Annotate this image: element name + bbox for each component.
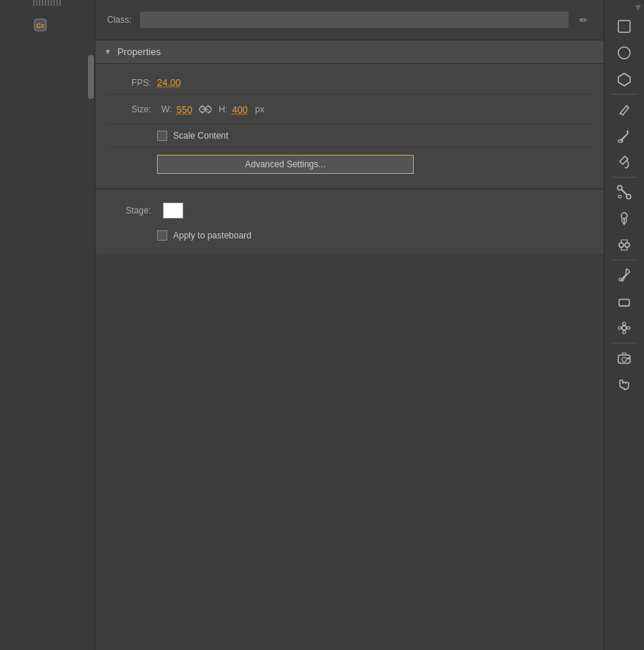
polygon-tool-button[interactable] (607, 66, 641, 92)
left-scrollbar[interactable] (87, 40, 95, 495)
link-dimensions-button[interactable] (197, 101, 214, 118)
svg-line-9 (626, 106, 629, 108)
svg-point-15 (618, 195, 621, 198)
svg-point-19 (625, 243, 629, 247)
svg-text:Cc: Cc (36, 22, 45, 29)
fps-row: FPS: 24.00 (107, 71, 592, 95)
bind-tool-button[interactable] (607, 232, 641, 258)
eraser-tool-button[interactable] (607, 288, 641, 315)
svg-rect-21 (619, 299, 629, 306)
cc-logo: Cc (30, 15, 65, 50)
class-input[interactable] (140, 12, 568, 28)
w-label: W: (161, 104, 172, 114)
svg-line-10 (620, 113, 621, 114)
advanced-settings-button[interactable]: Advanced Settings... (157, 155, 414, 174)
right-toolbar (604, 0, 644, 650)
h-label: H: (219, 104, 227, 114)
height-value[interactable]: 400 (232, 104, 248, 115)
stage-row: Stage: (107, 197, 592, 224)
apply-pasteboard-checkbox[interactable] (157, 230, 167, 241)
paint-tool-button[interactable] (607, 149, 641, 175)
advanced-settings-row: Advanced Settings... (107, 147, 592, 181)
puppet-tool-button[interactable] (607, 315, 641, 341)
apply-pasteboard-row: Apply to pasteboard (107, 224, 592, 247)
svg-point-23 (618, 326, 621, 329)
toolbar-top-indicator (604, 3, 644, 13)
svg-rect-34 (627, 357, 629, 359)
camera-tool-button[interactable] (607, 345, 641, 371)
fps-value[interactable]: 24.00 (157, 77, 181, 88)
svg-point-16 (621, 213, 627, 219)
svg-point-33 (622, 357, 626, 362)
tool-divider-2 (611, 177, 637, 178)
svg-point-25 (627, 326, 630, 329)
collapse-icon: ▼ (104, 48, 111, 56)
stage-section: Stage: Apply to pasteboard (95, 189, 604, 254)
top-bar: Class: ✏ (95, 0, 604, 40)
drag-handle[interactable] (33, 0, 62, 6)
class-label: Class: (107, 15, 131, 25)
properties-title: Properties (117, 46, 161, 57)
scroll-thumb[interactable] (88, 55, 94, 99)
pin-tool-button[interactable] (607, 205, 641, 232)
svg-point-27 (622, 326, 626, 330)
properties-body: FPS: 24.00 Size: W: 550 (95, 64, 604, 189)
pencil-icon: ✏ (579, 15, 588, 26)
px-label: px (255, 104, 265, 114)
stage-color-picker[interactable] (163, 202, 183, 219)
pencil-tool-button[interactable] (607, 96, 641, 123)
top-arrow-indicator (635, 5, 641, 11)
scale-content-row: Scale Content (107, 125, 592, 147)
svg-rect-6 (618, 21, 630, 32)
tool-divider-4 (611, 343, 637, 343)
properties-header[interactable]: ▼ Properties (95, 40, 604, 64)
scale-content-label: Scale Content (173, 131, 228, 141)
bone-tool-button[interactable] (607, 179, 641, 205)
brush-tool-button[interactable] (607, 123, 641, 149)
tool-divider-1 (611, 94, 637, 95)
left-panel: Cc (0, 0, 95, 650)
properties-section: ▼ Properties FPS: 24.00 Size: W: 550 (95, 40, 604, 189)
svg-point-18 (619, 243, 623, 247)
main-content: Class: ✏ ▼ Properties FPS: 24.00 Size: W… (95, 0, 604, 650)
svg-point-7 (618, 47, 630, 59)
size-label: Size: (107, 104, 151, 114)
svg-line-14 (621, 189, 627, 195)
tool-divider-3 (611, 260, 637, 260)
svg-point-26 (623, 331, 626, 334)
scale-content-checkbox[interactable] (157, 131, 167, 141)
ellipse-tool-button[interactable] (607, 40, 641, 66)
hand-tool-button[interactable] (607, 371, 641, 398)
eyedropper-tool-button[interactable] (607, 262, 641, 288)
stage-label: Stage: (107, 205, 151, 216)
size-row: Size: W: 550 H: (107, 95, 592, 125)
svg-point-24 (623, 322, 626, 325)
edit-class-button[interactable]: ✏ (574, 11, 592, 29)
arrow-tool-button[interactable] (607, 13, 641, 40)
apply-pasteboard-label: Apply to pasteboard (173, 230, 252, 241)
width-value[interactable]: 550 (176, 104, 192, 115)
svg-marker-8 (618, 73, 630, 86)
fps-label: FPS: (107, 78, 151, 88)
